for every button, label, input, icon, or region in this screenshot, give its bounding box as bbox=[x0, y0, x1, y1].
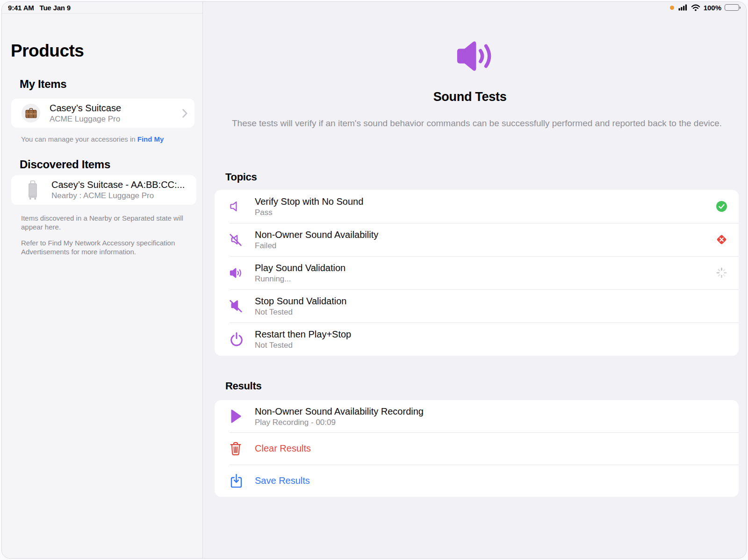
topics-header: Topics bbox=[225, 171, 257, 183]
wifi-icon bbox=[691, 4, 700, 11]
status-time: 9:41 AM bbox=[8, 4, 34, 12]
topic-status-text: Running... bbox=[255, 274, 714, 284]
topic-title: Restart then Play+Stop bbox=[255, 329, 714, 340]
status-date: Tue Jan 9 bbox=[40, 4, 71, 12]
cellular-signal-icon bbox=[678, 4, 688, 11]
app-window: 9:41 AM Tue Jan 9 100% bbox=[1, 1, 747, 559]
battery-percent: 100% bbox=[704, 4, 721, 12]
recording-indicator-dot bbox=[670, 6, 674, 10]
topics-card: Verify Stop with No Sound Pass bbox=[215, 190, 739, 356]
topic-row-restart[interactable]: Restart then Play+Stop Not Tested bbox=[215, 323, 739, 356]
note-text: You can manage your accessories in bbox=[21, 135, 137, 143]
results-card: Non-Owner Sound Availability Recording P… bbox=[215, 400, 739, 497]
topic-status-text: Not Tested bbox=[255, 308, 714, 317]
topic-status-text: Not Tested bbox=[255, 341, 714, 350]
status-failed-icon bbox=[714, 233, 728, 246]
speaker-slash-fill-icon bbox=[229, 299, 251, 313]
my-items-header: My Items bbox=[20, 78, 66, 91]
find-my-link[interactable]: Find My bbox=[137, 135, 164, 143]
status-time-date: 9:41 AM Tue Jan 9 bbox=[8, 4, 71, 12]
clear-results-button[interactable]: Clear Results bbox=[215, 432, 739, 465]
main-panel: Sound Tests These tests will verify if a… bbox=[203, 2, 746, 558]
topic-title: Verify Stop with No Sound bbox=[255, 196, 714, 207]
ipad-screen: 9:41 AM Tue Jan 9 100% bbox=[0, 0, 748, 560]
chevron-right-icon bbox=[182, 108, 188, 118]
discovered-item-row[interactable]: Casey’s Suitcase - AA:BB:CC:... Nearby :… bbox=[11, 175, 196, 205]
speaker-wave-icon bbox=[453, 38, 499, 74]
recording-row[interactable]: Non-Owner Sound Availability Recording P… bbox=[215, 400, 739, 432]
download-icon bbox=[229, 472, 251, 490]
my-item-subtitle: ACME Luggage Pro bbox=[50, 115, 178, 124]
discovered-items-header: Discovered Items bbox=[20, 158, 110, 171]
save-results-label: Save Results bbox=[255, 475, 310, 486]
topic-title: Non-Owner Sound Availability bbox=[255, 229, 714, 240]
status-bar: 9:41 AM Tue Jan 9 100% bbox=[2, 2, 746, 13]
topic-status-text: Pass bbox=[255, 208, 714, 217]
topic-row-stop-sound[interactable]: Stop Sound Validation Not Tested bbox=[215, 289, 739, 323]
topic-row-non-owner[interactable]: Non-Owner Sound Availability Failed bbox=[215, 223, 739, 256]
play-icon bbox=[229, 408, 251, 425]
save-results-button[interactable]: Save Results bbox=[215, 465, 739, 497]
recording-title: Non-Owner Sound Availability Recording bbox=[255, 406, 728, 417]
status-running-spinner bbox=[714, 267, 728, 279]
recording-subtitle: Play Recording - 00:09 bbox=[255, 418, 728, 427]
topic-title: Play Sound Validation bbox=[255, 262, 714, 273]
discovered-footnote-2: Refer to Find My Network Accessory speci… bbox=[21, 238, 201, 256]
results-header: Results bbox=[225, 380, 261, 392]
topic-row-play-sound[interactable]: Play Sound Validation Running... bbox=[215, 256, 739, 289]
speaker-slash-outline-icon bbox=[229, 233, 251, 247]
status-pass-icon bbox=[714, 201, 728, 212]
page-title: Products bbox=[11, 41, 84, 61]
suitcase-emoji-icon bbox=[22, 104, 40, 122]
speaker-wave-fill-icon bbox=[229, 267, 251, 279]
discovered-item-subtitle: Nearby : ACME Luggage Pro bbox=[51, 191, 190, 201]
rolling-luggage-icon bbox=[28, 180, 37, 200]
topic-row-verify-stop[interactable]: Verify Stop with No Sound Pass bbox=[215, 190, 739, 223]
power-icon bbox=[229, 331, 251, 347]
clear-results-label: Clear Results bbox=[255, 443, 311, 454]
sidebar: Products My Items Casey’s Suitcase ACM bbox=[2, 2, 203, 558]
discovered-item-title: Casey’s Suitcase - AA:BB:CC:... bbox=[51, 179, 190, 190]
battery-icon bbox=[725, 4, 741, 11]
manage-accessories-note: You can manage your accessories in Find … bbox=[21, 135, 164, 143]
my-item-title: Casey’s Suitcase bbox=[50, 103, 178, 114]
main-description: These tests will verify if an item's sou… bbox=[229, 118, 725, 129]
topic-title: Stop Sound Validation bbox=[255, 295, 714, 307]
discovered-footnote-1: Items discovered in a Nearby or Separate… bbox=[21, 214, 201, 231]
speaker-outline-icon bbox=[229, 200, 251, 213]
main-title: Sound Tests bbox=[203, 90, 737, 104]
topic-status-text: Failed bbox=[255, 241, 714, 251]
trash-icon bbox=[229, 440, 251, 457]
my-item-row[interactable]: Casey’s Suitcase ACME Luggage Pro bbox=[11, 99, 194, 128]
status-indicators: 100% bbox=[670, 4, 741, 12]
